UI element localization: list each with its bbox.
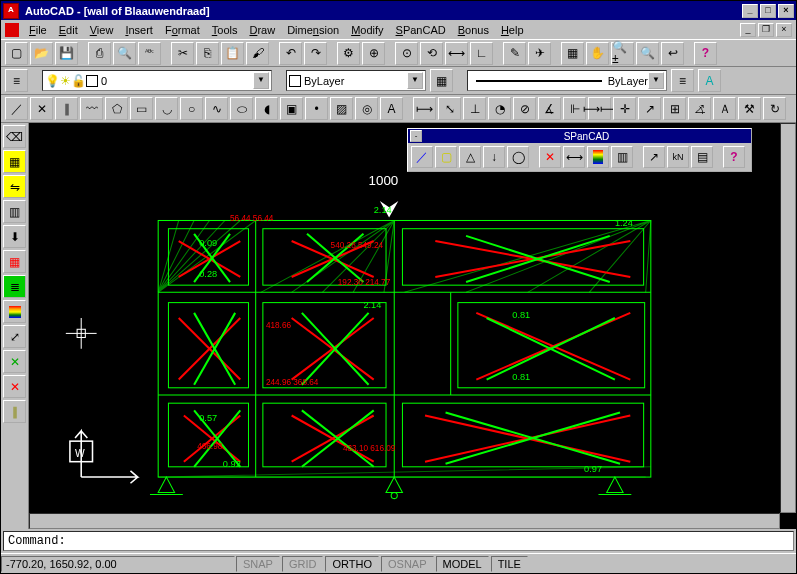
sp-kn-button[interactable]: kN [667, 146, 689, 168]
block-button[interactable]: ▣ [280, 97, 303, 120]
spancad-titlebar[interactable]: - SPanCAD [408, 129, 751, 143]
properties-button[interactable]: A [698, 69, 721, 92]
pan-button[interactable]: ✋ [586, 42, 609, 65]
line-button[interactable]: ／ [5, 97, 28, 120]
trim-button[interactable]: ✕ [3, 375, 26, 398]
extend-button[interactable]: ∥ [3, 400, 26, 423]
hatch-button[interactable]: ▨ [330, 97, 353, 120]
sp-panel-button[interactable]: ▢ [435, 146, 457, 168]
sp-text-button[interactable]: ▤ [691, 146, 713, 168]
dimupdate-button[interactable]: ↻ [763, 97, 786, 120]
layer-dropdown[interactable]: 💡 ☀ 🔓 0 ▼ [42, 70, 272, 91]
menu-edit[interactable]: Edit [53, 23, 84, 37]
menu-bonus[interactable]: Bonus [452, 23, 495, 37]
sp-xarrows-button[interactable]: ✕ [539, 146, 561, 168]
paste-button[interactable]: 📋 [221, 42, 244, 65]
sp-loadpoint-button[interactable]: ↓ [483, 146, 505, 168]
menu-draw[interactable]: Draw [243, 23, 281, 37]
dimord-button[interactable]: ⊥ [463, 97, 486, 120]
dimtol-button[interactable]: ⊞ [663, 97, 686, 120]
close-button[interactable]: × [778, 4, 794, 18]
redo-button[interactable]: ↷ [304, 42, 327, 65]
linetype-dropdown[interactable]: ByLayer ▼ [467, 70, 667, 91]
make-layer-button[interactable]: ≡ [5, 69, 28, 92]
copyobj-button[interactable]: ▦ [3, 150, 26, 173]
ellipse-button[interactable]: ⬭ [230, 97, 253, 120]
arc-button[interactable]: ◡ [155, 97, 178, 120]
osnap-toggle[interactable]: OSNAP [381, 556, 434, 572]
open-button[interactable]: 📂 [30, 42, 53, 65]
ucs-button[interactable]: ∟ [470, 42, 493, 65]
color-dropdown[interactable]: ByLayer ▼ [286, 70, 426, 91]
horizontal-scrollbar[interactable] [29, 513, 780, 529]
polygon-button[interactable]: ⬠ [105, 97, 128, 120]
pline-button[interactable]: 〰 [80, 97, 103, 120]
sp-beam-button[interactable]: ／ [411, 146, 433, 168]
dimbase-button[interactable]: ⊩ [563, 97, 586, 120]
dimoblique-button[interactable]: ⦨ [688, 97, 711, 120]
dimang-button[interactable]: ∡ [538, 97, 561, 120]
zoom-prev-button[interactable]: ↩ [661, 42, 684, 65]
xline-button[interactable]: ✕ [30, 97, 53, 120]
dimalign-button[interactable]: ⤡ [438, 97, 461, 120]
scale-button[interactable] [3, 300, 26, 323]
stretch-button[interactable]: ⤢ [3, 325, 26, 348]
menu-dimension[interactable]: Dimension [281, 23, 345, 37]
ortho-toggle[interactable]: ORTHO [325, 556, 379, 572]
grid-toggle[interactable]: GRID [282, 556, 324, 572]
offset-button[interactable]: ▥ [3, 200, 26, 223]
menu-modify[interactable]: Modify [345, 23, 389, 37]
sp-loadline-button[interactable]: ◯ [507, 146, 529, 168]
lengthen-button[interactable]: ✕ [3, 350, 26, 373]
menu-help[interactable]: Help [495, 23, 530, 37]
rectangle-button[interactable]: ▭ [130, 97, 153, 120]
dimlead-button[interactable]: ↗ [638, 97, 661, 120]
maximize-button[interactable]: □ [760, 4, 776, 18]
dist-button[interactable]: ⟷ [445, 42, 468, 65]
redraw-button[interactable]: ✎ [503, 42, 526, 65]
browser-button[interactable]: ⊕ [362, 42, 385, 65]
menu-view[interactable]: View [84, 23, 120, 37]
launch-button[interactable]: ⚙ [337, 42, 360, 65]
linetype-dialog-button[interactable]: ≡ [671, 69, 694, 92]
array-button[interactable]: ⬇ [3, 225, 26, 248]
spline-button[interactable]: ∿ [205, 97, 228, 120]
print-button[interactable]: ⎙ [88, 42, 111, 65]
sp-bars-button[interactable]: ▥ [611, 146, 633, 168]
save-button[interactable]: 💾 [55, 42, 78, 65]
dimrad-button[interactable]: ◔ [488, 97, 511, 120]
model-toggle[interactable]: MODEL [436, 556, 489, 572]
color-dialog-button[interactable]: ▦ [430, 69, 453, 92]
mline-button[interactable]: ∥ [55, 97, 78, 120]
copy-button[interactable]: ⎘ [196, 42, 219, 65]
new-button[interactable]: ▢ [5, 42, 28, 65]
undo-button[interactable]: ↶ [279, 42, 302, 65]
doc-restore-button[interactable]: ❐ [758, 23, 774, 37]
snap-toggle[interactable]: SNAP [236, 556, 280, 572]
move-button[interactable]: ▦ [3, 250, 26, 273]
cut-button[interactable]: ✂ [171, 42, 194, 65]
circle-button[interactable]: ○ [180, 97, 203, 120]
coordinates-display[interactable]: -770.20, 1650.92, 0.00 [1, 556, 235, 572]
zoom-rt-button[interactable]: 🔍± [611, 42, 634, 65]
vertical-scrollbar[interactable] [780, 123, 796, 513]
zoom-win-button[interactable]: 🔍 [636, 42, 659, 65]
doc-close-button[interactable]: × [776, 23, 792, 37]
ellipse-arc-button[interactable]: ◖ [255, 97, 278, 120]
mirror-button[interactable]: ⇋ [3, 175, 26, 198]
spancad-sysmenu-icon[interactable]: - [410, 130, 422, 142]
help-button[interactable]: ? [694, 42, 717, 65]
namedviews-button[interactable]: ▦ [561, 42, 584, 65]
erase-button[interactable]: ⌫ [3, 125, 26, 148]
dimcen-button[interactable]: ✛ [613, 97, 636, 120]
dimcont-button[interactable]: ⟼⟼ [588, 97, 611, 120]
dimlin-button[interactable]: ⟼ [413, 97, 436, 120]
menu-tools[interactable]: Tools [206, 23, 244, 37]
tracking-button[interactable]: ⊙ [395, 42, 418, 65]
point-button[interactable]: • [305, 97, 328, 120]
dimdia-button[interactable]: ⊘ [513, 97, 536, 120]
spancad-panel[interactable]: - SPanCAD ／ ▢ △ ↓ ◯ ✕ ⟷ ▥ [407, 128, 752, 172]
dimtext-button[interactable]: Ａ [713, 97, 736, 120]
aerial-button[interactable]: ✈ [528, 42, 551, 65]
menu-file[interactable]: File [23, 23, 53, 37]
